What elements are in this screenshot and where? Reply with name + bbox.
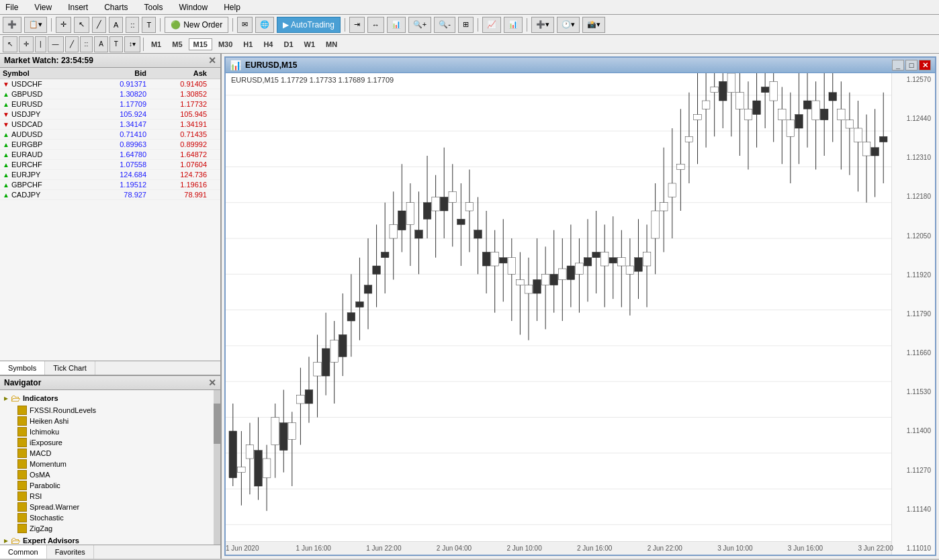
crosshair-tool-btn[interactable]: ✛ [19,36,34,52]
menu-window[interactable]: Window [177,2,211,13]
crosshair-btn[interactable]: ✛ [56,17,71,33]
chart-maximize-btn[interactable]: □ [905,60,918,71]
nav-folder-item[interactable]: ▸ 🗁 Expert Advisors [1,534,212,545]
nav-indicator-item[interactable]: Momentum [1,459,212,469]
nav-indicator-item[interactable]: Stochastic [1,512,212,523]
mail-btn[interactable]: ✉ [237,17,253,33]
tab-symbols[interactable]: Symbols [0,361,45,375]
nav-indicator-item[interactable]: Ichimoku [1,426,212,437]
svg-rect-126 [702,101,710,109]
nav-indicator-item[interactable]: Spread.Warner [1,502,212,512]
tf-m5[interactable]: M5 [167,38,187,50]
chart-close-btn[interactable]: ✕ [919,60,931,71]
autoscroll-btn[interactable]: ↔ [367,17,384,33]
mw-row[interactable]: ▲EURCHF 1.07558 1.07604 [0,160,220,170]
mw-row[interactable]: ▼USDJPY 105.924 105.945 [0,109,220,120]
label-btn[interactable]: T [109,36,123,52]
mw-row[interactable]: ▼USDCHF 0.91371 0.91405 [0,79,220,89]
period-sep-btn[interactable]: T [142,17,156,33]
indicators-btn[interactable]: 📈 [482,17,501,33]
price-level: 1.11660 [893,349,934,357]
tf-mn[interactable]: MN [321,38,342,50]
clock-btn[interactable]: 🕐▾ [557,17,580,33]
bid-cell: 1.34147 [86,120,146,128]
chart-shift-btn[interactable]: ⇥ [349,17,365,33]
screenshot-btn[interactable]: 📸▾ [582,17,605,33]
ask-cell: 0.91405 [146,80,207,88]
navigator-close[interactable]: ✕ [208,377,216,388]
cursor-btn[interactable]: ↖ [74,17,89,33]
price-level: 1.11920 [893,271,934,279]
nav-indicator-item[interactable]: iExposure [1,437,212,448]
new-order-button[interactable]: 🟢 New Order [165,17,228,33]
ask-cell: 1.34191 [146,120,207,128]
market-watch-close[interactable]: ✕ [208,55,216,66]
mw-row[interactable]: ▲GBPCHF 1.19512 1.19616 [0,180,220,190]
indicator-icon [17,470,27,479]
tf-d1[interactable]: D1 [279,38,298,50]
autotrading-button[interactable]: ▶ AutoTrading [277,17,341,33]
tf-w1[interactable]: W1 [300,38,320,50]
objects-btn[interactable]: 📊 [504,17,523,33]
nav-indicator-item[interactable]: Parabolic [1,480,212,491]
arrow-tool-btn[interactable]: ↕▾ [124,36,140,52]
nav-indicator-item[interactable]: OsMA [1,469,212,480]
menu-tools[interactable]: Tools [142,2,166,13]
nav-scrollbar-thumb[interactable] [214,404,220,444]
indicator-label: Stochastic [30,514,64,522]
mw-row[interactable]: ▲EURGBP 0.89963 0.89992 [0,140,220,150]
nav-indicator-item[interactable]: FXSSI.RoundLevels [1,405,212,416]
mw-row[interactable]: ▲EURAUD 1.64780 1.64872 [0,150,220,160]
tf-m30[interactable]: M30 [214,38,237,50]
tile-btn[interactable]: ⊞ [458,17,474,33]
chart-minimize-btn[interactable]: _ [892,60,904,71]
mw-row[interactable]: ▲EURJPY 124.684 124.736 [0,170,220,180]
vline-btn[interactable]: | [35,36,46,52]
svg-rect-50 [381,252,389,258]
bid-cell: 1.64780 [86,150,146,158]
text-btn[interactable]: A [109,17,123,33]
indicators-folder[interactable]: ▸ 🗁 Indicators [1,391,212,405]
tf-m1[interactable]: M1 [146,38,166,50]
menu-file[interactable]: File [3,2,21,13]
nav-indicator-item[interactable]: MACD [1,448,212,459]
col-bid: Bid [86,69,146,77]
nav-indicator-item[interactable]: RSI [1,491,212,502]
line-tool-btn[interactable]: ↖ [3,36,17,52]
template-btn[interactable]: 📋▾ [24,17,47,33]
mw-row[interactable]: ▲AUDUSD 0.71410 0.71435 [0,130,220,140]
svg-rect-104 [609,258,617,263]
hline-btn[interactable]: — [48,36,64,52]
draw-line-btn[interactable]: ╱ [65,36,79,52]
mw-row[interactable]: ▲EURUSD 1.17709 1.17732 [0,99,220,109]
symbol-cell: ▲GBPCHF [3,181,86,189]
mw-row[interactable]: ▲GBPUSD 1.30820 1.30852 [0,89,220,99]
menu-insert[interactable]: Insert [65,2,91,13]
svg-rect-136 [744,109,752,120]
mw-row[interactable]: ▲CADJPY 78.927 78.991 [0,190,220,200]
tab-tick-chart[interactable]: Tick Chart [45,361,95,375]
tf-h4[interactable]: H4 [259,38,277,50]
grid-btn[interactable]: :: [126,17,139,33]
web-btn[interactable]: 🌐 [255,17,274,33]
symbol-cell: ▼USDJPY [3,110,86,118]
tab-common[interactable]: Common [0,545,47,559]
tab-favorites[interactable]: Favorites [47,545,94,559]
menu-view[interactable]: View [32,2,54,13]
nav-scrollbar[interactable] [214,390,220,545]
nav-indicator-item[interactable]: ZigZag [1,523,212,534]
zoom-in-btn[interactable]: 🔍+ [408,17,431,33]
nav-indicator-item[interactable]: Heiken Ashi [1,416,212,426]
menu-charts[interactable]: Charts [101,2,130,13]
text2-btn[interactable]: A [94,36,108,52]
add-indicator-btn[interactable]: ➕▾ [531,17,554,33]
line-btn[interactable]: ╱ [92,17,106,33]
mw-row[interactable]: ▼USDCAD 1.34147 1.34191 [0,120,220,130]
chart-type-btn[interactable]: 📊 [387,17,406,33]
tf-m15[interactable]: M15 [189,38,212,50]
zoom-out-btn[interactable]: 🔍- [434,17,455,33]
menu-help[interactable]: Help [221,2,243,13]
tf-h1[interactable]: H1 [238,38,257,50]
period-sep2-btn[interactable]: :: [80,36,93,52]
new-chart-btn[interactable]: ➕ [3,17,21,33]
